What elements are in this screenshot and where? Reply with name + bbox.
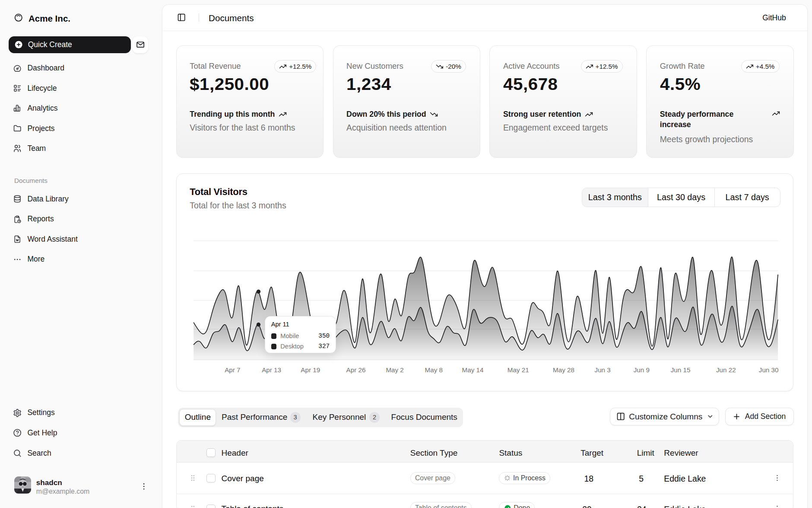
svg-text:Apr 13: Apr 13 — [262, 366, 281, 373]
svg-text:Jun 30: Jun 30 — [759, 366, 779, 373]
svg-text:May 2: May 2 — [386, 366, 403, 373]
svg-text:May 8: May 8 — [425, 366, 442, 373]
svg-text:Jun 3: Jun 3 — [594, 366, 610, 373]
svg-text:Jun 9: Jun 9 — [634, 366, 650, 373]
svg-text:Apr 19: Apr 19 — [301, 366, 320, 373]
svg-text:May 21: May 21 — [508, 366, 529, 373]
svg-text:Jun 15: Jun 15 — [671, 366, 691, 373]
svg-text:May 28: May 28 — [553, 366, 574, 373]
svg-text:Apr 7: Apr 7 — [225, 366, 240, 373]
svg-text:Jun 22: Jun 22 — [716, 366, 736, 373]
svg-text:Apr 26: Apr 26 — [346, 366, 365, 373]
svg-text:May 14: May 14 — [462, 366, 483, 373]
